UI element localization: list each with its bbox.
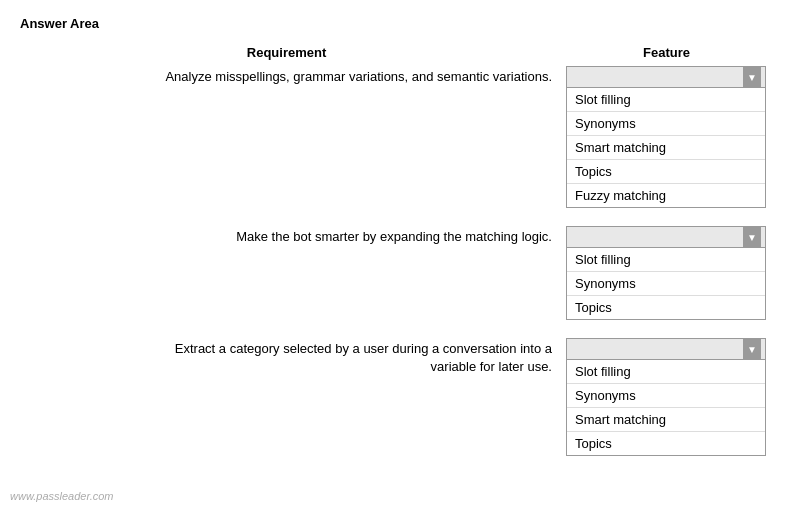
section-title: Answer Area bbox=[20, 16, 766, 31]
requirement-text-1: Analyze misspellings, grammar variations… bbox=[20, 66, 566, 86]
dropdown-header-3[interactable]: ▼ bbox=[566, 338, 766, 360]
list-item[interactable]: Topics bbox=[567, 160, 765, 184]
dropdown-list-1: Slot filling Synonyms Smart matching Top… bbox=[566, 88, 766, 208]
watermark: www.passleader.com bbox=[10, 490, 114, 502]
list-item[interactable]: Topics bbox=[567, 432, 765, 455]
table-row: Extract a category selected by a user du… bbox=[20, 338, 766, 456]
chevron-down-icon: ▼ bbox=[743, 227, 761, 247]
list-item[interactable]: Slot filling bbox=[567, 88, 765, 112]
requirement-text-3: Extract a category selected by a user du… bbox=[20, 338, 566, 376]
table-row: Make the bot smarter by expanding the ma… bbox=[20, 226, 766, 320]
table-row: Analyze misspellings, grammar variations… bbox=[20, 66, 766, 208]
list-item[interactable]: Fuzzy matching bbox=[567, 184, 765, 207]
list-item[interactable]: Synonyms bbox=[567, 272, 765, 296]
answer-area: Answer Area Requirement Feature Analyze … bbox=[20, 16, 766, 456]
dropdown-1[interactable]: ▼ Slot filling Synonyms Smart matching T… bbox=[566, 66, 766, 208]
list-item[interactable]: Topics bbox=[567, 296, 765, 319]
requirement-text-2: Make the bot smarter by expanding the ma… bbox=[20, 226, 566, 246]
list-item[interactable]: Slot filling bbox=[567, 248, 765, 272]
chevron-down-icon: ▼ bbox=[743, 67, 761, 87]
feature-header: Feature bbox=[643, 45, 690, 60]
dropdown-2[interactable]: ▼ Slot filling Synonyms Topics bbox=[566, 226, 766, 320]
chevron-down-icon: ▼ bbox=[743, 339, 761, 359]
dropdown-header-1[interactable]: ▼ bbox=[566, 66, 766, 88]
list-item[interactable]: Smart matching bbox=[567, 408, 765, 432]
dropdown-list-3: Slot filling Synonyms Smart matching Top… bbox=[566, 360, 766, 456]
list-item[interactable]: Synonyms bbox=[567, 112, 765, 136]
dropdown-list-2: Slot filling Synonyms Topics bbox=[566, 248, 766, 320]
dropdown-header-2[interactable]: ▼ bbox=[566, 226, 766, 248]
list-item[interactable]: Smart matching bbox=[567, 136, 765, 160]
list-item[interactable]: Synonyms bbox=[567, 384, 765, 408]
dropdown-3[interactable]: ▼ Slot filling Synonyms Smart matching T… bbox=[566, 338, 766, 456]
requirement-header: Requirement bbox=[247, 45, 326, 60]
list-item[interactable]: Slot filling bbox=[567, 360, 765, 384]
